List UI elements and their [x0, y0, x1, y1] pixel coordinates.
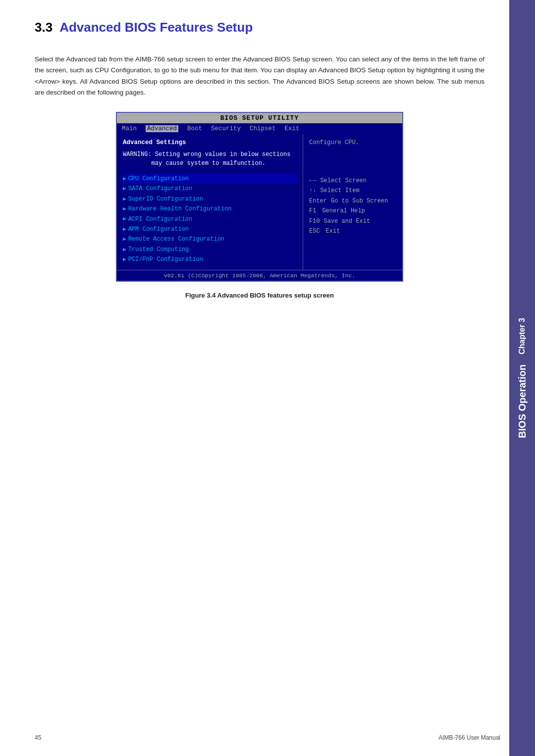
- bios-help-select-screen: ←→Select Screen: [309, 176, 396, 186]
- bios-entry-apm[interactable]: ▶ APM Configuration: [123, 224, 297, 234]
- bios-body: Advanced Settings WARNING: Setting wrong…: [117, 134, 402, 270]
- exit-label: Exit: [326, 226, 340, 236]
- sidebar-section-label: BIOS Operation: [517, 364, 528, 438]
- select-item-label: Select Item: [320, 186, 359, 196]
- section-title: Advanced BIOS Features Setup: [59, 20, 253, 35]
- bios-help-select-item: ↑↓Select Item: [309, 186, 396, 196]
- main-content: 3.3 Advanced BIOS Features Setup Select …: [0, 0, 509, 319]
- bios-menu-chipset[interactable]: Chipset: [250, 125, 276, 132]
- bios-menu-main[interactable]: Main: [122, 125, 137, 132]
- bios-help-f1: F1General Help: [309, 206, 396, 216]
- sidebar: Chapter 3 BIOS Operation: [509, 0, 535, 756]
- bios-menu-advanced[interactable]: Advanced: [146, 125, 178, 132]
- body-text: Select the Advanced tab from the AIMB-76…: [35, 54, 484, 98]
- bios-footer: v02.61 (C)Copyright 1985-2006, American …: [117, 270, 402, 281]
- bios-right-panel: Configure CPU. ←→Select Screen ↑↓Select …: [303, 134, 402, 270]
- bios-entry-cpu[interactable]: ▶ CPU Configuration: [123, 174, 297, 184]
- bios-entry-acpi[interactable]: ▶ ACPI Configuration: [123, 214, 297, 224]
- general-help-label: General Help: [322, 206, 365, 216]
- go-to-sub-label: Go to Sub Screen: [331, 196, 388, 206]
- bios-title-bar: BIOS SETUP UTILITY: [117, 113, 402, 123]
- bios-help-esc: ESCExit: [309, 226, 396, 236]
- bios-section-title: Advanced Settings: [123, 139, 297, 146]
- select-screen-label: Select Screen: [320, 176, 367, 186]
- bios-screen: BIOS SETUP UTILITY Main Advanced Boot Se…: [116, 112, 403, 282]
- bios-entry-superio[interactable]: ▶ SuperIO Configuration: [123, 194, 297, 204]
- bios-left-panel: Advanced Settings WARNING: Setting wrong…: [117, 134, 303, 270]
- bios-entry-remote-access[interactable]: ▶ Remote Access Configuration: [123, 234, 297, 244]
- page-footer: 45 AIMB-766 User Manual: [35, 734, 500, 741]
- bios-menu-boot[interactable]: Boot: [187, 125, 202, 132]
- bios-help-enter: EnterGo to Sub Screen: [309, 196, 396, 206]
- bios-entry-sata[interactable]: ▶ SATA Configuration: [123, 184, 297, 194]
- bios-help-f10: F10Save and Exit: [309, 216, 396, 226]
- bios-menu-exit[interactable]: Exit: [285, 125, 300, 132]
- bios-warning: WARNING: Setting wrong values in below s…: [123, 150, 297, 168]
- bios-entry-trusted[interactable]: ▶ Trusted Computing: [123, 245, 297, 254]
- manual-name: AIMB-766 User Manual: [438, 734, 500, 741]
- save-exit-label: Save and Exit: [324, 216, 371, 226]
- page-number: 45: [35, 734, 41, 741]
- bios-entry-pci[interactable]: ▶ PCI/PnP Configuration: [123, 254, 297, 264]
- section-number: 3.3: [35, 20, 53, 35]
- bios-entry-hardware-health[interactable]: ▶ Hardware Health Configuration: [123, 204, 297, 214]
- bios-menu-security[interactable]: Security: [211, 125, 241, 132]
- sidebar-chapter-label: Chapter 3: [518, 318, 527, 354]
- bios-configure-text: Configure CPU.: [309, 139, 396, 146]
- bios-menu-bar: Main Advanced Boot Security Chipset Exit: [117, 123, 402, 134]
- figure-caption: Figure 3.4 Advanced BIOS features setup …: [35, 292, 484, 299]
